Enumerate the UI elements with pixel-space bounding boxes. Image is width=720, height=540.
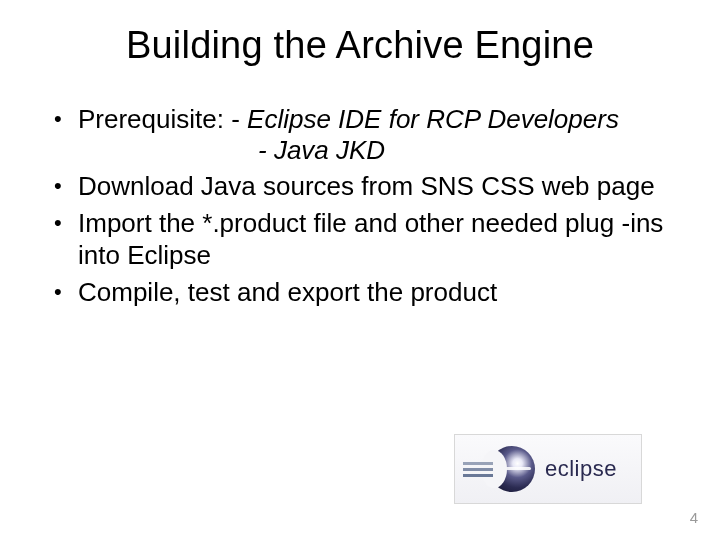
prereq-item-2: - Java JKD (78, 134, 670, 167)
eclipse-logo: eclipse (454, 434, 642, 504)
bullet-prerequisite: Prerequisite: - Eclipse IDE for RCP Deve… (50, 103, 670, 166)
slide-body: Prerequisite: - Eclipse IDE for RCP Deve… (0, 67, 720, 308)
bullet-list: Prerequisite: - Eclipse IDE for RCP Deve… (50, 103, 670, 308)
page-number: 4 (690, 509, 698, 526)
eclipse-logo-orb-icon (489, 446, 535, 492)
eclipse-logo-stripes-icon (463, 462, 493, 477)
prereq-line-1: Prerequisite: - Eclipse IDE for RCP Deve… (78, 103, 670, 136)
bullet-import: Import the *.product file and other need… (50, 207, 670, 272)
prereq-item-1: Eclipse IDE for RCP Developers (247, 104, 619, 134)
eclipse-logo-text: eclipse (545, 456, 617, 482)
prereq-label: Prerequisite: - (78, 104, 247, 134)
bullet-download: Download Java sources from SNS CSS web p… (50, 170, 670, 203)
slide-title: Building the Archive Engine (0, 0, 720, 67)
slide: Building the Archive Engine Prerequisite… (0, 0, 720, 540)
bullet-compile: Compile, test and export the product (50, 276, 670, 309)
